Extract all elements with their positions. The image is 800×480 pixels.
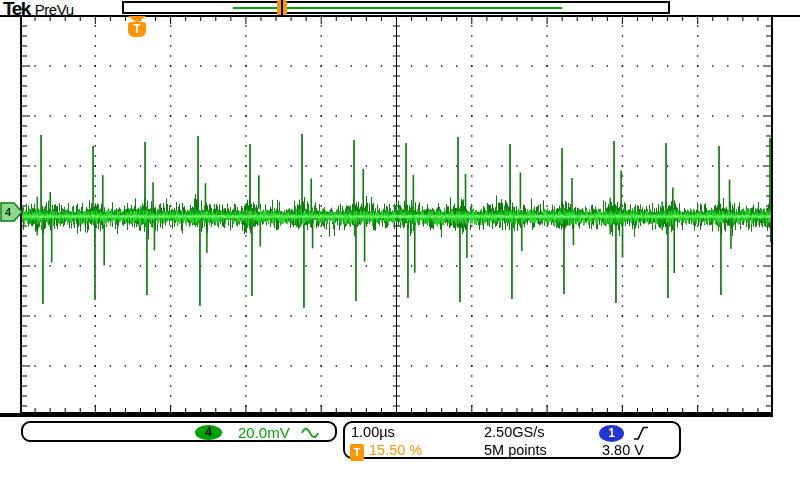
timebase-readout[interactable]: 1.00µs (351, 424, 395, 441)
sample-rate-readout: 2.50GS/s (484, 424, 544, 441)
ac-coupling-icon (300, 426, 320, 440)
channel4-badge: 4 (195, 425, 222, 440)
trigger-T-badge-icon: T (350, 444, 364, 461)
graticule-canvas (20, 16, 773, 417)
trigger-level-readout[interactable]: 3.80 V (602, 442, 644, 459)
trigger-position-flag[interactable]: T (128, 16, 146, 37)
brand-logo: TekPreVu (3, 0, 73, 14)
record-view-trigger-marker[interactable] (277, 0, 287, 16)
trigger-source-badge[interactable]: 1 (599, 425, 624, 442)
channel4-marker-label: 4 (5, 206, 12, 218)
channel4-readout[interactable]: 4 20.0mV (21, 421, 337, 442)
plot-bottom-border (0, 413, 21, 417)
horizontal-trigger-readout[interactable]: 1.00µs 2.50GS/s 1 T 15.50 % 5M points 3.… (343, 421, 681, 459)
trigger-flag-T-icon: T (128, 22, 146, 37)
record-view-bar[interactable] (122, 1, 670, 14)
trigger-position-readout[interactable]: 15.50 % (369, 442, 422, 459)
rising-edge-icon (632, 425, 650, 441)
oscilloscope-screen: TekPreVu T 4 4 20.0mV 1.00µs 2.50GS/s 1 … (0, 0, 800, 480)
record-length-readout: 5M points (484, 442, 547, 459)
channel4-position-marker[interactable]: 4 (0, 202, 24, 222)
channel4-scale-readout: 20.0mV (238, 423, 290, 442)
